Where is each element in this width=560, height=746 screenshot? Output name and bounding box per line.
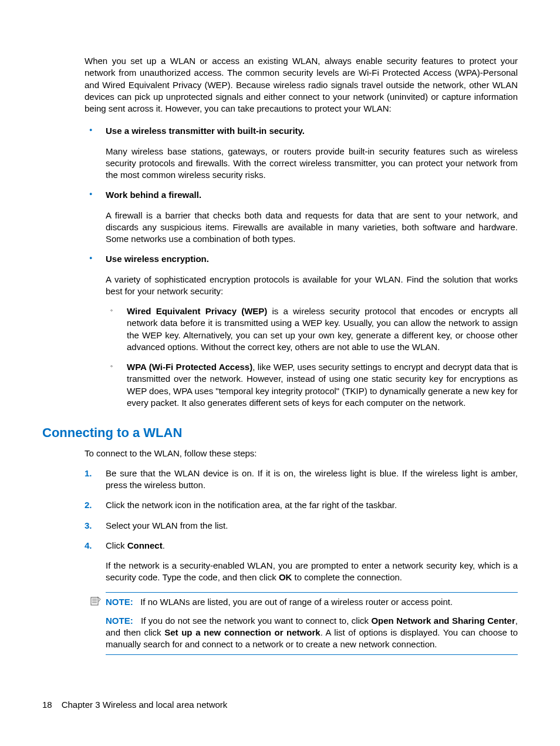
step-number: 4.: [85, 540, 92, 552]
tip-body: A firewall is a barrier that checks both…: [106, 210, 518, 246]
step-number: 3.: [85, 520, 92, 532]
note-row: NOTE: If no WLANs are listed, you are ou…: [106, 596, 518, 608]
step-text-post: .: [163, 540, 165, 550]
note-icon: [90, 596, 101, 606]
tip-body: A variety of sophisticated encryption pr…: [106, 274, 518, 298]
note-bold: Set up a new connection or network: [164, 627, 320, 637]
extra-bold: OK: [279, 572, 292, 582]
step-text: Be sure that the WLAN device is on. If i…: [106, 468, 518, 490]
tip-item: Use wireless encryption. A variety of so…: [85, 253, 518, 409]
page: When you set up a WLAN or access an exis…: [0, 0, 560, 746]
tip-heading: Use wireless encryption.: [106, 254, 209, 264]
note-label: NOTE:: [106, 597, 133, 607]
step-text: Select your WLAN from the list.: [106, 520, 228, 530]
section-heading: Connecting to a WLAN: [42, 424, 518, 442]
note-text: If no WLANs are listed, you are out of r…: [140, 597, 453, 607]
steps-list: 1. Be sure that the WLAN device is on. I…: [85, 468, 518, 584]
step-number: 2.: [85, 499, 92, 511]
sub-item: WPA (Wi-Fi Protected Access), like WEP, …: [106, 361, 518, 409]
section-content: To connect to the WLAN, follow these ste…: [85, 448, 518, 655]
tip-body: Many wireless base stations, gateways, o…: [106, 146, 518, 182]
body-content: When you set up a WLAN or access an exis…: [85, 55, 518, 409]
step-item: 4. Click Connect. If the network is a se…: [85, 540, 518, 584]
note-label: NOTE:: [106, 616, 133, 626]
step-item: 2. Click the network icon in the notific…: [85, 499, 518, 511]
note-pre: If you do not see the network you want t…: [141, 616, 371, 626]
tip-heading: Work behind a firewall.: [106, 190, 201, 200]
intro-paragraph: When you set up a WLAN or access an exis…: [85, 55, 518, 115]
sub-bold: Wired Equivalent Privacy (WEP): [127, 306, 267, 316]
sub-bold: WPA (Wi-Fi Protected Access): [127, 362, 252, 372]
step-text-pre: Click: [106, 540, 127, 550]
tip-heading: Use a wireless transmitter with built-in…: [106, 126, 305, 136]
page-footer: 18Chapter 3 Wireless and local area netw…: [42, 699, 227, 711]
note-row: NOTE: If you do not see the network you …: [106, 615, 518, 651]
section-intro: To connect to the WLAN, follow these ste…: [85, 448, 518, 459]
step-extra: If the network is a security-enabled WLA…: [106, 560, 518, 584]
note-block: NOTE: If no WLANs are listed, you are ou…: [106, 592, 518, 655]
encryption-sublist: Wired Equivalent Privacy (WEP) is a wire…: [106, 305, 518, 409]
step-text: Click the network icon in the notificati…: [106, 500, 397, 510]
chapter-label: Chapter 3 Wireless and local area networ…: [62, 700, 228, 710]
page-number: 18: [42, 699, 52, 711]
step-item: 1. Be sure that the WLAN device is on. I…: [85, 468, 518, 492]
extra-post: to complete the connection.: [292, 572, 402, 582]
step-number: 1.: [85, 468, 92, 479]
security-tips-list: Use a wireless transmitter with built-in…: [85, 125, 518, 409]
tip-item: Use a wireless transmitter with built-in…: [85, 125, 518, 181]
tip-item: Work behind a firewall. A firewall is a …: [85, 189, 518, 245]
sub-item: Wired Equivalent Privacy (WEP) is a wire…: [106, 305, 518, 353]
step-item: 3. Select your WLAN from the list.: [85, 520, 518, 532]
step-bold: Connect: [127, 540, 163, 550]
note-bold: Open Network and Sharing Center: [371, 616, 515, 626]
